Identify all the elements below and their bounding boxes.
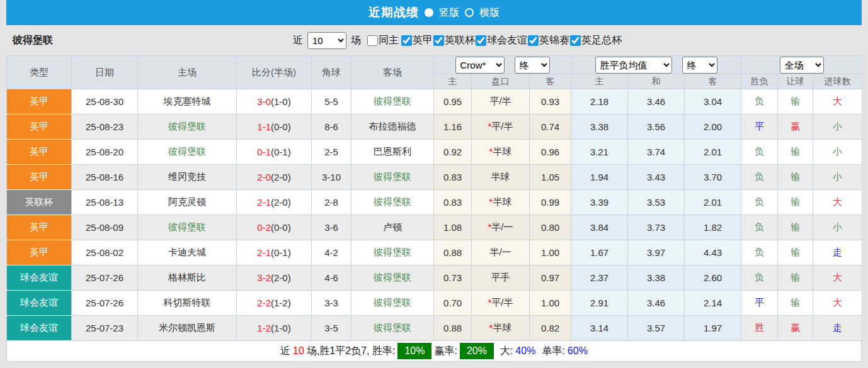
home-team-name[interactable]: 埃克塞特城 bbox=[164, 96, 211, 106]
goals-result-cell: 小 bbox=[813, 215, 862, 240]
vertical-layout-radio[interactable] bbox=[425, 8, 433, 17]
away-team-name[interactable]: 彼得堡联 bbox=[374, 196, 411, 207]
odds-company-select[interactable]: Crow* bbox=[455, 57, 505, 74]
league-checkbox-2[interactable] bbox=[476, 35, 486, 46]
handicap-result-value: 输 bbox=[791, 297, 800, 308]
league-checkbox-4[interactable] bbox=[570, 35, 581, 46]
league-checkbox-1[interactable] bbox=[433, 35, 444, 46]
away-team-cell[interactable]: 彼得堡联 bbox=[351, 240, 434, 265]
halftime-score: (2-0) bbox=[271, 272, 291, 283]
home-odds-cell: 1.08 bbox=[434, 215, 472, 240]
handicap-result-cell: 赢 bbox=[778, 316, 813, 341]
away-team-cell[interactable]: 彼得堡联 bbox=[351, 291, 434, 316]
league-type-cell: 球会友谊 bbox=[7, 265, 72, 291]
away-team-name[interactable]: 彼得堡联 bbox=[374, 322, 411, 333]
vertical-layout-label[interactable]: 竖版 bbox=[439, 6, 459, 20]
halftime-score: (1-0) bbox=[271, 323, 291, 333]
home-team-name[interactable]: 格林斯比 bbox=[168, 272, 206, 282]
average-period-select[interactable]: 终 bbox=[682, 57, 717, 74]
corner-cell: 4-6 bbox=[312, 265, 351, 291]
league-filter-2[interactable]: 球会友谊 bbox=[475, 34, 527, 47]
home-odds-cell: 0.95 bbox=[434, 89, 472, 114]
league-filter-4[interactable]: 英足总杯 bbox=[569, 34, 622, 47]
result-cell: 负 bbox=[741, 215, 778, 240]
away-team-name[interactable]: 布拉德福德 bbox=[369, 121, 416, 131]
away-odds-cell: 0.97 bbox=[530, 265, 571, 291]
home-team-name[interactable]: 彼得堡联 bbox=[168, 146, 206, 157]
home-odds-cell: 0.73 bbox=[434, 265, 472, 291]
away-team-name[interactable]: 彼得堡联 bbox=[374, 171, 411, 182]
away-team-cell[interactable]: 布拉德福德 bbox=[351, 114, 434, 140]
odds-period-select[interactable]: 终 bbox=[515, 57, 550, 74]
away-team-cell[interactable]: 彼得堡联 bbox=[351, 89, 434, 114]
score-cell: 1-1(0-0) bbox=[237, 114, 312, 140]
avg-draw-cell: 3.46 bbox=[628, 291, 685, 316]
home-team-name[interactable]: 卡迪夫城 bbox=[168, 247, 206, 257]
col-header-type: 类型 bbox=[7, 56, 72, 89]
horizontal-layout-radio[interactable] bbox=[465, 8, 474, 17]
home-team-cell[interactable]: 埃克塞特城 bbox=[138, 89, 237, 114]
league-filter-1[interactable]: 英联杯 bbox=[433, 34, 475, 47]
home-team-cell[interactable]: 维冈竞技 bbox=[138, 165, 237, 190]
subheader-odds-home: 主 bbox=[434, 74, 472, 89]
away-team-name[interactable]: 彼得堡联 bbox=[374, 297, 411, 308]
handicap-result-cell: 输 bbox=[778, 190, 813, 215]
home-team-name[interactable]: 米尔顿凯恩斯 bbox=[159, 322, 215, 333]
goals-result-cell: 走 bbox=[813, 240, 862, 265]
league-filter-3[interactable]: 英锦赛 bbox=[527, 34, 569, 47]
home-team-name[interactable]: 彼得堡联 bbox=[168, 121, 206, 131]
recent-count-select[interactable]: 10 bbox=[307, 32, 346, 49]
away-team-cell[interactable]: 巴恩斯利 bbox=[351, 140, 434, 165]
goals-result-value: 大 bbox=[833, 297, 842, 308]
results-table: 类型 日期 主场 比分(半场) 角球 客场 Crow* 终 胜平负均值 bbox=[6, 55, 862, 341]
away-team-cell[interactable]: 彼得堡联 bbox=[351, 165, 434, 190]
scope-select[interactable]: 全场 bbox=[780, 57, 824, 74]
league-label-2: 球会友谊 bbox=[487, 34, 527, 47]
league-type-cell: 英甲 bbox=[7, 114, 72, 140]
corner-cell: 4-2 bbox=[312, 240, 351, 265]
home-team-cell[interactable]: 彼得堡联 bbox=[138, 140, 237, 165]
odds-group-header: Crow* 终 bbox=[434, 56, 571, 74]
away-team-name[interactable]: 卢顿 bbox=[383, 221, 402, 232]
home-team-cell[interactable]: 科切斯特联 bbox=[138, 291, 237, 316]
league-label-0: 英甲 bbox=[413, 34, 433, 47]
away-team-name[interactable]: 彼得堡联 bbox=[374, 272, 411, 282]
fulltime-score: 2-1 bbox=[257, 197, 271, 208]
home-team-cell[interactable]: 米尔顿凯恩斯 bbox=[138, 316, 237, 341]
away-team-cell[interactable]: 彼得堡联 bbox=[351, 265, 434, 291]
away-team-cell[interactable]: 卢顿 bbox=[351, 215, 434, 240]
avg-draw-cell: 3.57 bbox=[628, 316, 685, 341]
league-filter-0[interactable]: 英甲 bbox=[401, 34, 433, 47]
same-home-filter[interactable]: 同主 bbox=[367, 34, 399, 47]
away-team-name[interactable]: 巴恩斯利 bbox=[374, 146, 411, 157]
handicap-result-cell: 输 bbox=[778, 140, 813, 165]
goals-result-cell: 小 bbox=[813, 140, 862, 165]
league-checkbox-0[interactable] bbox=[401, 35, 412, 46]
home-team-name[interactable]: 维冈竞技 bbox=[168, 171, 206, 182]
home-team-name[interactable]: 阿克灵顿 bbox=[168, 196, 206, 207]
away-team-cell[interactable]: 彼得堡联 bbox=[351, 316, 434, 341]
home-team-cell[interactable]: 格林斯比 bbox=[138, 265, 237, 291]
handicap-cell: 平/半 bbox=[472, 89, 530, 114]
away-team-cell[interactable]: 彼得堡联 bbox=[351, 190, 434, 215]
average-type-select[interactable]: 胜平负均值 bbox=[595, 57, 672, 74]
same-home-checkbox[interactable] bbox=[367, 35, 378, 46]
home-team-cell[interactable]: 阿克灵顿 bbox=[138, 190, 237, 215]
home-team-cell[interactable]: 彼得堡联 bbox=[138, 215, 237, 240]
goals-result-cell: 小 bbox=[813, 165, 862, 190]
horizontal-layout-label[interactable]: 横版 bbox=[479, 6, 500, 20]
home-team-name[interactable]: 科切斯特联 bbox=[164, 297, 211, 308]
handicap-result-value: 赢 bbox=[791, 121, 800, 131]
handicap-name: 平手 bbox=[491, 272, 510, 282]
avg-away-cell: 2.00 bbox=[685, 114, 741, 140]
fulltime-score: 2-2 bbox=[257, 298, 271, 308]
handicap-result-value: 输 bbox=[791, 96, 800, 106]
home-team-cell[interactable]: 彼得堡联 bbox=[138, 114, 237, 140]
home-odds-cell: 0.83 bbox=[434, 190, 472, 215]
handicap-name: 半/一 bbox=[491, 221, 513, 232]
home-team-cell[interactable]: 卡迪夫城 bbox=[138, 240, 237, 265]
away-team-name[interactable]: 彼得堡联 bbox=[374, 247, 411, 257]
home-team-name[interactable]: 彼得堡联 bbox=[168, 221, 206, 232]
away-team-name[interactable]: 彼得堡联 bbox=[374, 96, 411, 106]
league-checkbox-3[interactable] bbox=[528, 35, 539, 46]
